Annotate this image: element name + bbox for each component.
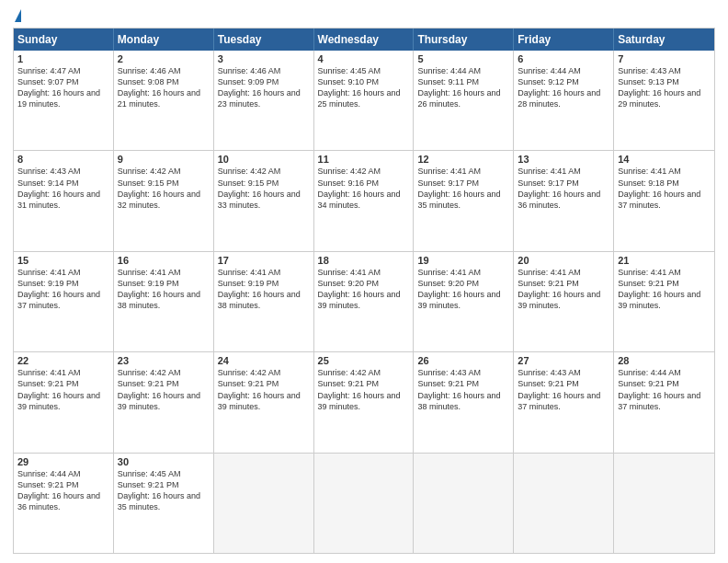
day-number: 3 bbox=[218, 53, 310, 64]
calendar: SundayMondayTuesdayWednesdayThursdayFrid… bbox=[13, 28, 715, 554]
cell-sun-info: Sunrise: 4:42 AM Sunset: 9:21 PM Dayligh… bbox=[318, 367, 410, 412]
cell-sun-info: Sunrise: 4:44 AM Sunset: 9:21 PM Dayligh… bbox=[618, 367, 711, 412]
day-cell-27: 27Sunrise: 4:43 AM Sunset: 9:21 PM Dayli… bbox=[514, 352, 614, 452]
day-number: 25 bbox=[318, 355, 410, 366]
day-cell-26: 26Sunrise: 4:43 AM Sunset: 9:21 PM Dayli… bbox=[414, 352, 514, 452]
day-cell-16: 16Sunrise: 4:41 AM Sunset: 9:19 PM Dayli… bbox=[114, 252, 214, 351]
day-cell-14: 14Sunrise: 4:41 AM Sunset: 9:18 PM Dayli… bbox=[614, 151, 714, 250]
day-number: 15 bbox=[17, 255, 109, 266]
day-number: 29 bbox=[17, 456, 109, 467]
cell-sun-info: Sunrise: 4:44 AM Sunset: 9:11 PM Dayligh… bbox=[417, 65, 509, 110]
cell-sun-info: Sunrise: 4:46 AM Sunset: 9:08 PM Dayligh… bbox=[118, 65, 210, 110]
day-number: 6 bbox=[518, 53, 609, 64]
day-number: 14 bbox=[618, 154, 711, 165]
day-number: 19 bbox=[417, 255, 509, 266]
cell-sun-info: Sunrise: 4:41 AM Sunset: 9:19 PM Dayligh… bbox=[17, 267, 109, 312]
cell-sun-info: Sunrise: 4:43 AM Sunset: 9:21 PM Dayligh… bbox=[518, 367, 609, 412]
day-number: 28 bbox=[618, 355, 711, 366]
day-cell-18: 18Sunrise: 4:41 AM Sunset: 9:20 PM Dayli… bbox=[314, 252, 415, 351]
day-number: 5 bbox=[417, 53, 509, 64]
cell-sun-info: Sunrise: 4:41 AM Sunset: 9:19 PM Dayligh… bbox=[218, 267, 310, 312]
header-day-tuesday: Tuesday bbox=[214, 29, 314, 51]
day-number: 7 bbox=[618, 53, 711, 64]
header-day-thursday: Thursday bbox=[414, 29, 514, 51]
cell-sun-info: Sunrise: 4:42 AM Sunset: 9:15 PM Dayligh… bbox=[118, 166, 210, 211]
calendar-body: 1Sunrise: 4:47 AM Sunset: 9:07 PM Daylig… bbox=[14, 51, 714, 553]
day-number: 1 bbox=[17, 53, 109, 64]
cell-sun-info: Sunrise: 4:42 AM Sunset: 9:21 PM Dayligh… bbox=[218, 367, 310, 412]
cell-sun-info: Sunrise: 4:44 AM Sunset: 9:21 PM Dayligh… bbox=[17, 468, 109, 513]
day-cell-4: 4Sunrise: 4:45 AM Sunset: 9:10 PM Daylig… bbox=[314, 51, 415, 150]
header bbox=[13, 9, 715, 22]
day-cell-12: 12Sunrise: 4:41 AM Sunset: 9:17 PM Dayli… bbox=[414, 151, 514, 250]
day-cell-1: 1Sunrise: 4:47 AM Sunset: 9:07 PM Daylig… bbox=[14, 51, 114, 150]
page: SundayMondayTuesdayWednesdayThursdayFrid… bbox=[0, 0, 728, 563]
cell-sun-info: Sunrise: 4:46 AM Sunset: 9:09 PM Dayligh… bbox=[218, 65, 310, 110]
day-cell-8: 8Sunrise: 4:43 AM Sunset: 9:14 PM Daylig… bbox=[14, 151, 114, 250]
cell-sun-info: Sunrise: 4:43 AM Sunset: 9:21 PM Dayligh… bbox=[417, 367, 509, 412]
day-number: 13 bbox=[518, 154, 609, 165]
day-cell-29: 29Sunrise: 4:44 AM Sunset: 9:21 PM Dayli… bbox=[14, 454, 114, 553]
day-number: 23 bbox=[118, 355, 210, 366]
day-cell-24: 24Sunrise: 4:42 AM Sunset: 9:21 PM Dayli… bbox=[214, 352, 314, 452]
day-number: 2 bbox=[118, 53, 210, 64]
day-number: 18 bbox=[318, 255, 410, 266]
logo bbox=[13, 9, 21, 22]
day-cell-9: 9Sunrise: 4:42 AM Sunset: 9:15 PM Daylig… bbox=[114, 151, 214, 250]
calendar-header-row: SundayMondayTuesdayWednesdayThursdayFrid… bbox=[14, 29, 714, 51]
day-cell-3: 3Sunrise: 4:46 AM Sunset: 9:09 PM Daylig… bbox=[214, 51, 314, 150]
day-cell-15: 15Sunrise: 4:41 AM Sunset: 9:19 PM Dayli… bbox=[14, 252, 114, 351]
day-cell-22: 22Sunrise: 4:41 AM Sunset: 9:21 PM Dayli… bbox=[14, 352, 114, 452]
calendar-week-5: 29Sunrise: 4:44 AM Sunset: 9:21 PM Dayli… bbox=[14, 453, 714, 553]
empty-cell bbox=[614, 454, 714, 553]
cell-sun-info: Sunrise: 4:41 AM Sunset: 9:17 PM Dayligh… bbox=[518, 166, 609, 211]
header-day-wednesday: Wednesday bbox=[314, 29, 415, 51]
calendar-week-4: 22Sunrise: 4:41 AM Sunset: 9:21 PM Dayli… bbox=[14, 351, 714, 452]
cell-sun-info: Sunrise: 4:41 AM Sunset: 9:21 PM Dayligh… bbox=[17, 367, 109, 412]
empty-cell bbox=[414, 454, 514, 553]
logo-triangle-icon bbox=[15, 9, 21, 22]
header-day-saturday: Saturday bbox=[614, 29, 714, 51]
day-number: 17 bbox=[218, 255, 310, 266]
day-number: 10 bbox=[218, 154, 310, 165]
header-day-monday: Monday bbox=[114, 29, 214, 51]
day-cell-7: 7Sunrise: 4:43 AM Sunset: 9:13 PM Daylig… bbox=[614, 51, 714, 150]
day-cell-28: 28Sunrise: 4:44 AM Sunset: 9:21 PM Dayli… bbox=[614, 352, 714, 452]
cell-sun-info: Sunrise: 4:41 AM Sunset: 9:17 PM Dayligh… bbox=[417, 166, 509, 211]
day-number: 26 bbox=[417, 355, 509, 366]
day-number: 8 bbox=[17, 154, 109, 165]
cell-sun-info: Sunrise: 4:41 AM Sunset: 9:20 PM Dayligh… bbox=[417, 267, 509, 312]
day-cell-6: 6Sunrise: 4:44 AM Sunset: 9:12 PM Daylig… bbox=[514, 51, 614, 150]
cell-sun-info: Sunrise: 4:41 AM Sunset: 9:18 PM Dayligh… bbox=[618, 166, 711, 211]
cell-sun-info: Sunrise: 4:47 AM Sunset: 9:07 PM Dayligh… bbox=[17, 65, 109, 110]
cell-sun-info: Sunrise: 4:42 AM Sunset: 9:15 PM Dayligh… bbox=[218, 166, 310, 211]
day-number: 16 bbox=[118, 255, 210, 266]
day-cell-2: 2Sunrise: 4:46 AM Sunset: 9:08 PM Daylig… bbox=[114, 51, 214, 150]
day-cell-5: 5Sunrise: 4:44 AM Sunset: 9:11 PM Daylig… bbox=[414, 51, 514, 150]
cell-sun-info: Sunrise: 4:45 AM Sunset: 9:10 PM Dayligh… bbox=[318, 65, 410, 110]
day-cell-10: 10Sunrise: 4:42 AM Sunset: 9:15 PM Dayli… bbox=[214, 151, 314, 250]
calendar-week-1: 1Sunrise: 4:47 AM Sunset: 9:07 PM Daylig… bbox=[14, 51, 714, 150]
day-number: 20 bbox=[518, 255, 609, 266]
cell-sun-info: Sunrise: 4:45 AM Sunset: 9:21 PM Dayligh… bbox=[118, 468, 210, 513]
header-day-friday: Friday bbox=[514, 29, 614, 51]
calendar-week-3: 15Sunrise: 4:41 AM Sunset: 9:19 PM Dayli… bbox=[14, 251, 714, 351]
cell-sun-info: Sunrise: 4:41 AM Sunset: 9:21 PM Dayligh… bbox=[518, 267, 609, 312]
day-number: 12 bbox=[417, 154, 509, 165]
day-cell-21: 21Sunrise: 4:41 AM Sunset: 9:21 PM Dayli… bbox=[614, 252, 714, 351]
day-cell-23: 23Sunrise: 4:42 AM Sunset: 9:21 PM Dayli… bbox=[114, 352, 214, 452]
cell-sun-info: Sunrise: 4:43 AM Sunset: 9:14 PM Dayligh… bbox=[17, 166, 109, 211]
day-cell-25: 25Sunrise: 4:42 AM Sunset: 9:21 PM Dayli… bbox=[314, 352, 415, 452]
empty-cell bbox=[214, 454, 314, 553]
day-number: 22 bbox=[17, 355, 109, 366]
day-cell-11: 11Sunrise: 4:42 AM Sunset: 9:16 PM Dayli… bbox=[314, 151, 415, 250]
day-cell-19: 19Sunrise: 4:41 AM Sunset: 9:20 PM Dayli… bbox=[414, 252, 514, 351]
empty-cell bbox=[314, 454, 415, 553]
empty-cell bbox=[514, 454, 614, 553]
day-cell-17: 17Sunrise: 4:41 AM Sunset: 9:19 PM Dayli… bbox=[214, 252, 314, 351]
cell-sun-info: Sunrise: 4:43 AM Sunset: 9:13 PM Dayligh… bbox=[618, 65, 711, 110]
day-number: 30 bbox=[118, 456, 210, 467]
header-day-sunday: Sunday bbox=[14, 29, 114, 51]
cell-sun-info: Sunrise: 4:42 AM Sunset: 9:21 PM Dayligh… bbox=[118, 367, 210, 412]
day-cell-30: 30Sunrise: 4:45 AM Sunset: 9:21 PM Dayli… bbox=[114, 454, 214, 553]
